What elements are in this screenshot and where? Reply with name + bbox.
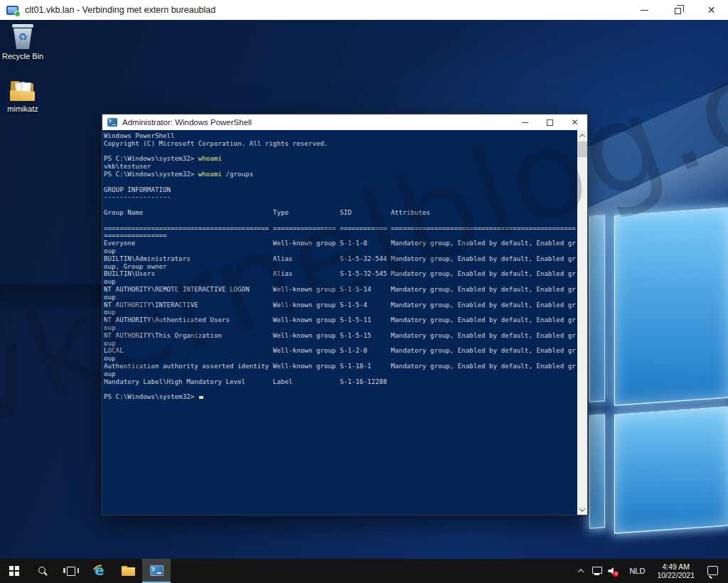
network-icon — [592, 567, 602, 576]
remote-desktop-icon — [6, 6, 18, 15]
console-line: ========================================… — [104, 225, 577, 232]
powershell-icon — [150, 565, 164, 576]
action-center-button[interactable] — [700, 559, 728, 583]
rdp-title: clt01.vkb.lan - Verbinding met extern bu… — [25, 5, 215, 15]
start-button[interactable] — [0, 559, 28, 583]
console-line: PS C:\Windows\system32> whoami /groups — [104, 171, 577, 178]
recycle-bin-label: Recycle Bin — [1, 52, 44, 60]
task-view-icon — [67, 567, 75, 576]
tray-language[interactable]: NLD — [623, 559, 651, 583]
ps-close-button[interactable]: ✕ — [562, 114, 587, 130]
powershell-icon — [107, 118, 117, 127]
taskbar-search-button[interactable] — [28, 559, 57, 583]
file-explorer-icon — [122, 566, 135, 576]
ps-maximize-button[interactable] — [537, 114, 562, 130]
rdp-restore-button[interactable] — [661, 0, 695, 20]
desktop-icon-mimikatz[interactable]: mimikatz — [1, 81, 44, 113]
chevron-down-icon — [579, 506, 585, 511]
console-line: NT AUTHORITY\This Organization Well-know… — [104, 332, 577, 340]
console-line: BUILTIN\Administrators Alias S-1-5-32-54… — [104, 255, 577, 263]
logo-pane-top-left — [589, 215, 605, 402]
console-line: NT AUTHORITY\INTERACTIVE Well-known grou… — [104, 301, 577, 309]
close-icon: ✕ — [707, 5, 716, 15]
tray-clock[interactable]: 4:49 AM 10/22/2021 — [651, 559, 700, 583]
console-line: Everyone Well-known group S-1-1-0 Mandat… — [104, 240, 577, 247]
console-line: Group Name Type SID Attributes — [104, 209, 577, 217]
search-icon — [38, 566, 48, 576]
console-line: Authentication authority asserted identi… — [104, 363, 577, 370]
console-line: NT AUTHORITY\Authenticated Users Well-kn… — [104, 316, 577, 324]
logo-pane-top-right — [614, 207, 728, 405]
clock-date: 10/22/2021 — [657, 571, 695, 580]
chevron-up-icon — [579, 134, 585, 139]
close-icon: ✕ — [571, 118, 578, 127]
console-line: Copyright (C) Microsoft Corporation. All… — [104, 140, 577, 148]
desktop-icon-recycle-bin[interactable]: ♻ Recycle Bin — [1, 24, 44, 60]
scroll-up-button[interactable] — [577, 130, 587, 141]
restore-icon — [675, 8, 681, 14]
console-scrollbar[interactable] — [577, 130, 587, 515]
recycle-bin-icon: ♻ — [11, 24, 34, 50]
taskbar-powershell-active[interactable] — [142, 559, 171, 583]
scroll-down-button[interactable] — [577, 504, 587, 515]
tray-show-hidden-icons[interactable] — [574, 559, 587, 583]
scrollbar-thumb[interactable] — [577, 141, 587, 157]
recycle-symbol-icon: ♻ — [11, 31, 34, 43]
tray-network[interactable] — [587, 559, 608, 583]
rdp-session-screen: clt01.vkb.lan - Verbinding met extern bu… — [0, 0, 728, 583]
console-output[interactable]: Windows PowerShellCopyright (C) Microsof… — [102, 130, 577, 515]
action-center-icon — [707, 566, 718, 575]
console-line: NT AUTHORITY\REMOTE INTERACTIVE LOGON We… — [104, 286, 577, 294]
powershell-titlebar[interactable]: Administrator: Windows PowerShell ✕ — [102, 114, 587, 130]
chevron-up-icon — [578, 569, 584, 574]
maximize-icon — [547, 119, 553, 126]
powershell-window: Administrator: Windows PowerShell ✕ Wind… — [102, 114, 588, 515]
mimikatz-label: mimikatz — [1, 105, 44, 113]
remote-desktop: ♻ Recycle Bin mimikatz Administrator: Wi… — [0, 20, 728, 559]
minimize-icon — [641, 10, 648, 11]
wallpaper-windows-logo — [589, 160, 728, 547]
rdp-window-controls: ✕ — [628, 0, 728, 20]
console-line: BUILTIN\Users Alias S-1-5-32-545 Mandato… — [104, 270, 577, 278]
ps-minimize-button[interactable] — [513, 114, 537, 130]
logo-pane-bottom-right — [614, 406, 728, 533]
console-cursor — [199, 396, 203, 399]
internet-explorer-icon: e — [92, 563, 107, 579]
tray-volume-muted[interactable]: ✕ — [608, 559, 623, 583]
clock-time: 4:49 AM — [657, 562, 695, 572]
folder-icon — [10, 81, 36, 102]
powershell-title: Administrator: Windows PowerShell — [122, 118, 252, 127]
taskbar-internet-explorer[interactable]: e — [85, 559, 114, 583]
task-view-button[interactable] — [57, 559, 85, 583]
rdp-minimize-button[interactable] — [628, 0, 661, 20]
console-line: PS C:\Windows\system32> — [104, 393, 577, 401]
console-line: PS C:\Windows\system32> whoami — [104, 155, 577, 163]
console-line: GROUP INFORMATION — [104, 186, 577, 194]
powershell-window-controls: ✕ — [513, 114, 587, 130]
rdp-close-button[interactable]: ✕ — [695, 0, 728, 20]
logo-pane-bottom-left — [589, 414, 605, 529]
console-line: ----------------- — [104, 193, 577, 201]
console-line — [104, 178, 577, 186]
console-line: LOCAL Well-known group S-1-2-0 Mandatory… — [104, 347, 577, 355]
taskbar-file-explorer[interactable] — [114, 559, 142, 583]
windows-logo-icon — [9, 566, 19, 576]
rdp-titlebar: clt01.vkb.lan - Verbinding met extern bu… — [0, 0, 728, 20]
volume-muted-icon: ✕ — [608, 567, 617, 575]
minimize-icon — [522, 122, 528, 123]
console-line: Mandatory Label\High Mandatory Level Lab… — [104, 378, 577, 386]
taskbar: e ✕ NLD 4:49 AM 10/22/2021 — [0, 559, 728, 583]
system-tray: ✕ NLD 4:49 AM 10/22/2021 — [574, 559, 728, 583]
